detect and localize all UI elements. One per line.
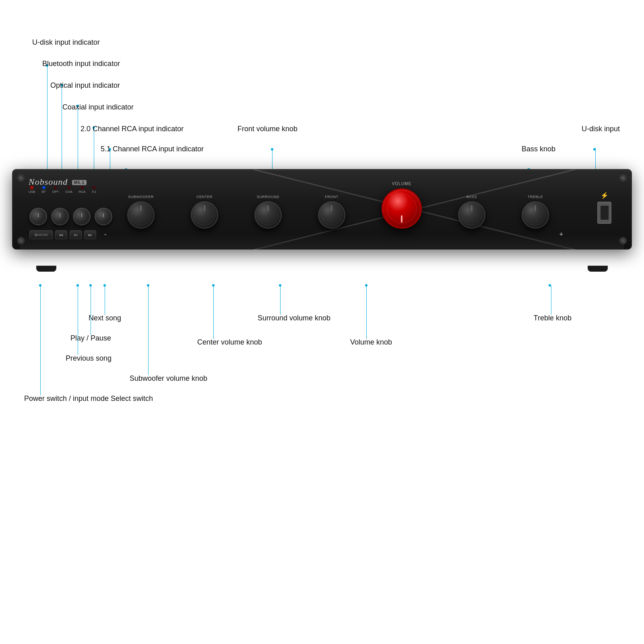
rca-51-indicator-label: 5.1 Channel RCA input indicator	[101, 145, 204, 153]
amplifier-device: Nobsound M5.1 USB BT OPT COA R	[12, 169, 632, 266]
bluetooth-input-indicator-label: Bluetooth input indicator	[42, 60, 120, 68]
led-rca	[81, 186, 83, 189]
subwoofer-group: SUBWOOFER	[127, 195, 155, 229]
model-badge: M5.1	[72, 180, 87, 185]
label-coa: COA	[65, 190, 72, 194]
screw-top-left	[17, 174, 25, 182]
usb-port-inner	[601, 206, 609, 220]
subwoofer-label-top: SUBWOOFER	[128, 195, 154, 199]
label-opt: OPT	[52, 190, 59, 194]
treble-group: TREBLE	[522, 195, 549, 229]
treble-knob-line	[551, 286, 551, 315]
amp-reflection	[20, 235, 624, 249]
indicator-usb: USB	[29, 186, 35, 194]
brand-logo: Nobsound M5.1	[29, 177, 87, 187]
center-knob-line	[213, 286, 214, 339]
next-song-line	[105, 286, 105, 315]
front-label-top: FRONT	[325, 195, 339, 199]
power-switch-line	[40, 286, 41, 395]
power-switch-label: Power switch / input mode Select switch	[24, 394, 153, 403]
input-knob-1[interactable]	[29, 208, 47, 225]
volume-knob-label: Volume knob	[350, 338, 392, 347]
coaxial-input-indicator-label: Coaxial input indicator	[62, 103, 134, 111]
volume-knob-dot	[365, 284, 367, 287]
input-knob-3[interactable]	[73, 208, 91, 225]
play-pause-label: Play / Pause	[70, 334, 111, 343]
surround-group: SURROUND	[254, 195, 282, 229]
previous-song-line	[78, 286, 78, 355]
optical-input-indicator-label: Optical input indicator	[50, 81, 120, 90]
previous-song-dot	[76, 284, 79, 287]
volume-knob-line	[366, 286, 367, 339]
indicator-opt: OPT	[52, 186, 59, 194]
indicator-51: 5.1	[92, 186, 96, 194]
treble-knob-label: Treble knob	[534, 314, 572, 322]
surround-knob[interactable]	[254, 201, 282, 229]
bass-knob-label: Bass knob	[522, 145, 555, 153]
play-pause-dot	[89, 284, 92, 287]
brand-name: Nobsound	[29, 177, 68, 187]
front-knob[interactable]	[318, 201, 345, 229]
screw-top-right	[619, 174, 627, 182]
volume-knob[interactable]	[382, 188, 422, 229]
subwoofer-knob-line	[148, 286, 149, 375]
treble-knob[interactable]	[522, 201, 549, 229]
u-disk-input-label: U-disk input	[582, 125, 620, 133]
subwoofer-volume-knob-label: Subwoofer volume knob	[130, 374, 207, 383]
input-knob-2[interactable]	[51, 208, 69, 225]
volume-group: VOLUME	[382, 182, 422, 229]
bass-knob[interactable]	[458, 201, 485, 229]
input-knobs-row	[29, 208, 112, 225]
led-51	[93, 186, 95, 189]
front-knob-dot	[271, 148, 273, 151]
surround-knob-dot	[279, 284, 281, 287]
u-disk-input-dot	[593, 148, 596, 151]
center-group: CENTER	[191, 195, 218, 229]
indicator-bt: BT	[41, 186, 45, 194]
center-volume-knob-label: Center volume knob	[197, 338, 262, 347]
center-knob[interactable]	[191, 201, 218, 229]
next-song-label: Next song	[89, 314, 121, 322]
usb-port-area: ⚡	[597, 192, 611, 224]
play-pause-line	[91, 286, 91, 335]
label-bt: BT	[41, 190, 45, 194]
indicator-rca: RCA	[78, 186, 85, 194]
treble-knob-dot	[549, 284, 551, 287]
indicator-coa: COA	[65, 186, 72, 194]
label-usb: USB	[29, 190, 35, 194]
center-knob-dot	[212, 284, 215, 287]
foot-left	[36, 266, 56, 272]
led-usb	[31, 186, 33, 189]
previous-song-label: Previous song	[66, 354, 111, 363]
subwoofer-knob-dot	[147, 284, 149, 287]
center-label-top: CENTER	[196, 195, 213, 199]
u-disk-input-indicator-label: U-disk input indicator	[32, 38, 100, 47]
led-bt	[43, 186, 45, 189]
usb-port[interactable]	[597, 202, 611, 224]
power-switch-dot	[39, 284, 41, 287]
opt-indicator-line	[78, 105, 78, 177]
u-disk-indicator-line	[47, 64, 47, 177]
label-51: 5.1	[92, 190, 96, 194]
front-group: FRONT	[318, 195, 345, 229]
led-coa	[68, 186, 70, 189]
next-song-dot	[103, 284, 106, 287]
rca-20-indicator-label: 2.0 Channel RCA input indicator	[80, 125, 184, 133]
main-knobs-row: SUBWOOFER CENTER SURROUND FRONT VOLUME	[109, 182, 567, 237]
label-rca: RCA	[78, 190, 85, 194]
bass-group: BASS	[458, 195, 485, 229]
foot-right	[588, 266, 608, 272]
surround-label-top: SURROUND	[257, 195, 279, 199]
subwoofer-knob[interactable]	[127, 201, 155, 229]
led-opt	[54, 186, 57, 189]
usb-symbol: ⚡	[601, 192, 609, 199]
surround-volume-knob-label: Surround volume knob	[258, 314, 330, 322]
treble-label-top: TREBLE	[528, 195, 543, 199]
indicators-row: USB BT OPT COA RCA 5.1	[29, 186, 97, 194]
front-volume-knob-label: Front volume knob	[237, 125, 297, 133]
bt-indicator-line	[62, 84, 62, 177]
surround-knob-line	[280, 286, 281, 315]
volume-label-top: VOLUME	[392, 182, 411, 186]
bass-label-top: BASS	[466, 195, 477, 199]
